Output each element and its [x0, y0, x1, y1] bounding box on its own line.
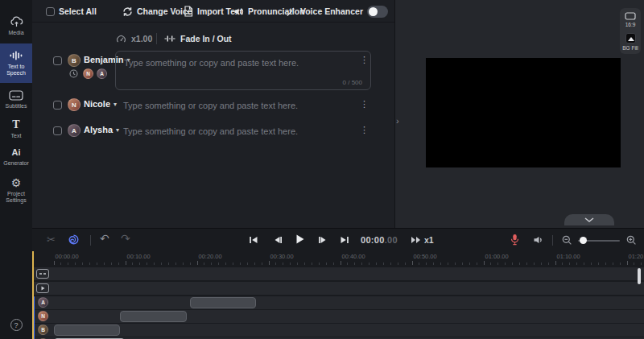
ruler-tick	[225, 263, 226, 265]
aspect-ratio-label: 16:9	[625, 22, 636, 27]
sidebar-item-media[interactable]: Media	[0, 16, 32, 36]
ruler-tick	[269, 261, 270, 265]
ruler-tick	[426, 263, 427, 265]
ruler-label: 00:00.00	[56, 253, 79, 260]
track-avatar: A	[38, 297, 48, 308]
waveform-icon	[9, 50, 23, 61]
timeline-clip[interactable]	[120, 311, 187, 322]
aspect-ratio-button[interactable]: 16:9	[625, 12, 636, 27]
voice-track-benjamin[interactable]	[32, 324, 644, 337]
select-all-control[interactable]: Select All	[46, 0, 97, 23]
ruler-tick	[154, 263, 155, 265]
zoom-out-icon[interactable]	[562, 235, 572, 246]
current-time-display: 00:00.00	[361, 235, 398, 245]
ruler-tick	[341, 261, 341, 265]
playback-rate-button[interactable]: x1	[411, 235, 434, 245]
ruler-tick	[275, 263, 276, 265]
ruler-tick	[405, 263, 406, 265]
history-icon[interactable]	[69, 69, 78, 78]
voice-enhancer-toggle[interactable]	[367, 6, 388, 18]
redo-icon[interactable]: ↷	[121, 234, 130, 244]
help-button[interactable]: ?	[0, 319, 32, 331]
ruler-tick	[233, 263, 233, 265]
sidebar-item-label: Project Settings	[4, 191, 28, 204]
ruler-tick	[369, 263, 369, 265]
ruler-tick	[433, 263, 434, 265]
row-menu-icon[interactable]: ⋮	[360, 56, 369, 64]
ruler-tick	[75, 263, 76, 265]
ruler-label: 00:40.00	[342, 253, 365, 260]
sidebar-item-subtitles[interactable]: Subtitles	[0, 90, 32, 110]
panel-expand-icon[interactable]: ›	[396, 116, 399, 126]
ruler-tick	[390, 263, 391, 265]
speed-control[interactable]: x1.00	[116, 32, 152, 45]
chevron-down-icon: ▾	[116, 126, 119, 134]
zoom-in-icon[interactable]	[626, 235, 637, 246]
captions-track-icon	[36, 269, 49, 279]
tts-text-input[interactable]: Type something or copy and paste text he…	[123, 126, 298, 136]
ruler-tick	[497, 263, 498, 265]
split-scissors-icon[interactable]: ✂	[47, 234, 56, 245]
magic-tool-icon[interactable]	[68, 234, 80, 246]
avatar: N	[68, 98, 80, 111]
sidebar-item-text-to-speech[interactable]: Text to Speech	[0, 43, 32, 83]
change-voice-button[interactable]: Change Voice	[122, 0, 192, 23]
collapse-preview-tab[interactable]	[564, 214, 614, 225]
recent-voice-avatar[interactable]: A	[97, 68, 107, 79]
voice-row-checkbox[interactable]	[53, 101, 62, 110]
sidebar-item-ai-generator[interactable]: Ai Generator	[0, 147, 32, 167]
ruler-tick	[126, 261, 126, 265]
next-frame-button[interactable]	[317, 235, 328, 245]
sidebar-item-label: Subtitles	[6, 103, 27, 110]
ruler-label: 01:00.00	[485, 253, 509, 260]
voice-selector[interactable]: Nicole ▾	[84, 99, 117, 109]
row-menu-icon[interactable]: ⋮	[360, 126, 369, 134]
ruler-tick	[218, 263, 219, 265]
ruler-tick	[197, 261, 198, 265]
recent-voice-avatar[interactable]: N	[83, 68, 93, 79]
previous-frame-button[interactable]	[272, 235, 283, 245]
playhead[interactable]	[32, 251, 34, 339]
ruler-tick	[613, 263, 613, 265]
timeline-clip[interactable]	[54, 325, 120, 336]
row-menu-icon[interactable]: ⋮	[360, 100, 369, 108]
timeline-ruler[interactable]: 00:00.0000:10.0000:20.0000:30.0000:40.00…	[32, 250, 644, 267]
voice-row-checkbox[interactable]	[53, 56, 62, 65]
timeline: ✂ ↶ ↷ 00:00.00 x1	[32, 228, 644, 339]
record-mic-icon[interactable]	[510, 234, 519, 246]
ruler-tick	[183, 263, 184, 265]
undo-icon[interactable]: ↶	[100, 234, 109, 244]
tts-text-input[interactable]: Type something or copy and paste text he…	[123, 101, 298, 110]
voice-row-checkbox[interactable]	[53, 126, 62, 135]
tts-text-input[interactable]: Type something or copy and paste text he…	[115, 51, 371, 90]
speaker-icon[interactable]	[533, 235, 544, 245]
tts-toolbar: Select All Change Voice Import Text Pron…	[32, 0, 394, 23]
play-button[interactable]	[295, 234, 305, 245]
video-preview-stage[interactable]	[426, 58, 621, 167]
subtitle-track[interactable]	[32, 267, 644, 280]
voice-selector[interactable]: Alysha ▾	[84, 125, 119, 134]
sidebar-item-label: Text	[11, 133, 22, 139]
timeline-clip[interactable]	[190, 297, 256, 308]
ruler-tick	[455, 263, 456, 265]
skip-to-start-button[interactable]	[248, 235, 259, 245]
video-track[interactable]	[32, 282, 644, 295]
sidebar: Media Text to Speech Subtitles T Text Ai…	[0, 0, 32, 339]
fade-in-out-button[interactable]: Fade In / Out	[164, 32, 232, 45]
ruler-tick	[598, 263, 599, 265]
bg-fill-button[interactable]: BG Fill	[622, 33, 638, 51]
sidebar-item-label: Text to Speech	[3, 64, 29, 76]
ruler-tick	[82, 263, 83, 265]
fade-icon	[164, 34, 175, 43]
ruler-tick	[634, 263, 634, 265]
playback-rate-value: x1	[424, 235, 434, 245]
timeline-scrollbar[interactable]	[638, 268, 641, 284]
skip-to-end-button[interactable]	[339, 235, 350, 245]
voice-track-alysha[interactable]	[32, 296, 644, 309]
ruler-tick	[304, 263, 305, 265]
sidebar-item-text[interactable]: T Text	[0, 119, 32, 139]
zoom-slider-knob[interactable]	[580, 237, 587, 244]
select-all-checkbox[interactable]	[46, 7, 55, 16]
sidebar-item-project-settings[interactable]: ⚙ Project Settings	[0, 177, 32, 204]
ruler-tick	[398, 263, 398, 265]
